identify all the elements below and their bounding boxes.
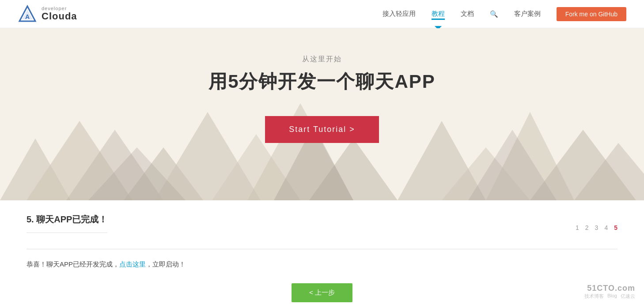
section-header: 5. 聊天APP已完成！ 1 2 3 4 5	[27, 214, 617, 249]
content-link[interactable]: 点击这里	[119, 260, 146, 268]
nav-tutorial-wrapper: 教程	[432, 8, 445, 20]
watermark-sub2: Blog	[607, 293, 617, 300]
hero-subtitle: 从这里开始	[302, 55, 342, 64]
content-body: 恭喜！聊天APP已经开发完成，点击这里，立即启动！	[27, 258, 617, 270]
watermark-main: 51CTO.com	[584, 284, 635, 293]
svg-text:A: A	[25, 13, 30, 20]
page-num-5[interactable]: 5	[614, 224, 617, 231]
page-numbers: 1 2 3 4 5	[576, 224, 617, 231]
content-text-before-link: 恭喜！聊天APP已经开发完成，	[27, 260, 119, 268]
page-num-1[interactable]: 1	[576, 224, 579, 231]
watermark-sub3: 亿速云	[621, 293, 635, 300]
footer-watermark: 51CTO.com 技术博客 Blog 亿速云	[584, 284, 635, 300]
logo-text: developer Clouda	[42, 6, 77, 22]
content-section: 5. 聊天APP已完成！ 1 2 3 4 5 恭喜！聊天APP已经开发完成，点击…	[0, 200, 644, 304]
watermark-sub1: 技术博客	[584, 293, 604, 300]
header: A developer Clouda 接入轻应用 教程 文档 🔍 客户案例 Fo…	[0, 0, 644, 28]
nav-item-integrate[interactable]: 接入轻应用	[383, 8, 416, 20]
watermark-sub: 技术博客 Blog 亿速云	[584, 293, 635, 300]
content-text-after-link: ，立即启动！	[146, 260, 186, 268]
nav-item-tutorial[interactable]: 教程	[432, 8, 445, 20]
start-tutorial-button[interactable]: Start Tutorial >	[265, 116, 379, 143]
logo-area: A developer Clouda	[18, 4, 77, 24]
logo-clouda-label: Clouda	[42, 11, 77, 22]
search-icon[interactable]: 🔍	[490, 10, 498, 18]
page-num-2[interactable]: 2	[585, 224, 589, 231]
page-num-4[interactable]: 4	[604, 224, 608, 231]
nav-item-docs[interactable]: 文档	[461, 8, 474, 20]
fork-github-button[interactable]: Fork me on GitHub	[557, 7, 626, 21]
page-num-3[interactable]: 3	[595, 224, 599, 231]
nav-item-cases[interactable]: 客户案例	[514, 8, 541, 20]
geo-background	[0, 86, 644, 200]
prev-step-button[interactable]: < 上一步	[292, 283, 352, 302]
section-title: 5. 聊天APP已完成！	[27, 214, 107, 233]
hero-section: 从这里开始 用5分钟开发一个聊天APP Start Tutorial >	[0, 28, 644, 200]
nav-area: 接入轻应用 教程 文档 🔍 客户案例 Fork me on GitHub	[383, 7, 626, 21]
logo-icon: A	[18, 4, 37, 24]
geo-svg	[0, 86, 644, 200]
